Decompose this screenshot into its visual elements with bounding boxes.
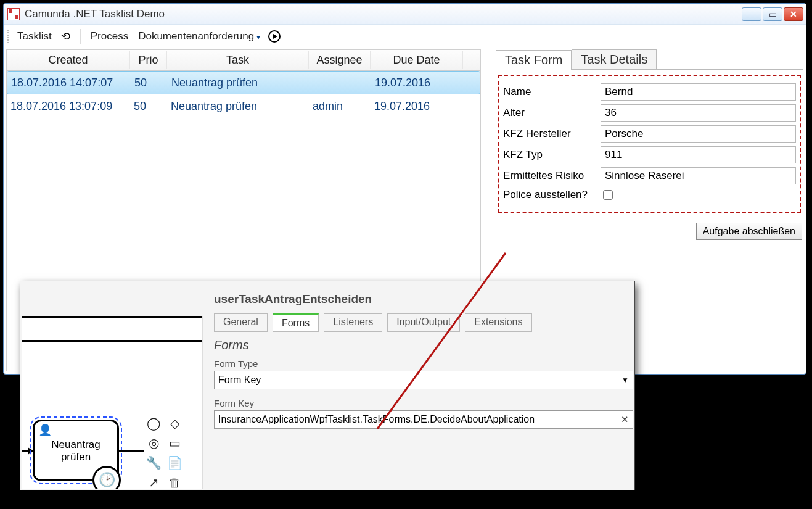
col-task[interactable]: Task <box>167 51 309 69</box>
section-title: Forms <box>214 338 623 352</box>
grid-header: Created Prio Task Assignee Due Date <box>7 50 480 71</box>
name-field[interactable] <box>601 83 796 101</box>
close-button[interactable]: ✕ <box>784 7 803 21</box>
tab-task-details[interactable]: Task Details <box>572 49 657 69</box>
bpmn-task-label: Neuantrag prüfen <box>51 439 100 463</box>
form-key-label: Form Key <box>214 398 623 408</box>
policy-label: Police ausstellen? <box>503 189 601 201</box>
col-prio[interactable]: Prio <box>130 51 167 69</box>
title-bar: Camunda .NET Tasklist Demo — ▭ ✕ <box>4 4 806 25</box>
minimize-button[interactable]: — <box>742 7 761 21</box>
tasklist-menu[interactable]: Tasklist <box>15 29 54 44</box>
cell-due: 19.07.2016 <box>371 75 464 91</box>
sequence-flow-out-icon <box>119 450 144 452</box>
age-label: Alter <box>503 107 601 119</box>
properties-popup: 👤 Neuantrag prüfen 🕑 ◯ ◇ ◎ ▭ 🔧 📄 ↗ 🗑 use… <box>20 281 635 490</box>
cell-created: 18.07.2016 13:07:09 <box>7 98 130 115</box>
process-dropdown[interactable]: Dokumentenanforderung <box>136 29 263 44</box>
sequence-flow-in-icon <box>22 450 33 452</box>
cell-due: 19.07.2016 <box>371 98 463 115</box>
tab-forms[interactable]: Forms <box>273 313 319 332</box>
app-icon <box>7 8 20 20</box>
connect-icon[interactable]: ↗ <box>145 474 162 489</box>
annotation-icon[interactable]: 📄 <box>166 454 183 471</box>
context-pad: ◯ ◇ ◎ ▭ 🔧 📄 ↗ 🗑 <box>145 415 184 489</box>
end-event-icon[interactable]: ◯ <box>145 415 162 432</box>
task-icon[interactable]: ▭ <box>166 434 183 452</box>
form-type-select[interactable]: Form Key <box>214 371 633 389</box>
form-type-label: Form Type <box>214 358 623 369</box>
user-icon: 👤 <box>38 424 52 437</box>
col-assignee[interactable]: Assignee <box>309 51 371 69</box>
intermediate-event-icon[interactable]: ◎ <box>145 434 162 452</box>
table-row[interactable]: 18.07.2016 13:07:09 50 Neuantrag prüfen … <box>7 94 480 118</box>
task-form-highlight: Name Alter KFZ Hersteller KFZ Typ <box>498 75 801 213</box>
process-menu[interactable]: Process <box>88 29 131 44</box>
gateway-icon[interactable]: ◇ <box>166 415 183 432</box>
play-icon[interactable] <box>268 30 281 43</box>
element-id: userTaskAntragEntscheiden <box>214 292 623 306</box>
tab-input-output[interactable]: Input/Output <box>387 313 460 332</box>
cell-prio: 50 <box>130 98 167 115</box>
type-label: KFZ Typ <box>503 149 601 161</box>
risk-field[interactable] <box>601 167 796 184</box>
table-row[interactable]: 18.07.2016 14:07:07 50 Neuantrag prüfen … <box>7 71 480 94</box>
refresh-icon[interactable]: ⟲ <box>59 30 73 43</box>
tab-listeners[interactable]: Listeners <box>324 313 382 332</box>
bpmn-diagram: 👤 Neuantrag prüfen 🕑 ◯ ◇ ◎ ▭ 🔧 📄 ↗ 🗑 <box>22 316 203 489</box>
col-due[interactable]: Due Date <box>371 51 463 69</box>
cell-prio: 50 <box>131 75 168 91</box>
tab-extensions[interactable]: Extensions <box>465 313 531 332</box>
complete-task-button[interactable]: Aufgabe abschließen <box>696 223 802 240</box>
window-title: Camunda .NET Tasklist Demo <box>25 8 165 20</box>
maker-label: KFZ Hersteller <box>503 128 601 140</box>
lane-border <box>22 316 202 342</box>
bpmn-user-task[interactable]: 👤 Neuantrag prüfen 🕑 <box>33 420 119 481</box>
tab-general[interactable]: General <box>214 313 268 332</box>
type-field[interactable] <box>601 146 796 163</box>
cell-assignee <box>310 81 371 85</box>
maker-field[interactable] <box>601 125 796 143</box>
separator-icon <box>80 29 81 44</box>
clear-icon[interactable]: ✕ <box>621 414 629 425</box>
col-created[interactable]: Created <box>7 51 130 69</box>
toolbar-grip-icon <box>7 30 10 43</box>
form-type-value: Form Key <box>218 375 261 386</box>
menu-bar: Tasklist ⟲ Process Dokumentenanforderung <box>4 25 806 48</box>
timer-icon: 🕑 <box>92 466 121 489</box>
properties-panel: userTaskAntragEntscheiden General Forms … <box>204 283 633 489</box>
form-key-value: InsuranceApplicationWpfTasklist.TaskForm… <box>218 414 535 425</box>
cell-created: 18.07.2016 14:07:07 <box>7 75 131 91</box>
risk-label: Ermitteltes Risiko <box>503 170 601 182</box>
maximize-button[interactable]: ▭ <box>763 7 782 21</box>
cell-assignee: admin <box>309 98 371 115</box>
cell-task: Neuantrag prüfen <box>167 98 309 115</box>
cell-task: Neuantrag prüfen <box>168 75 310 91</box>
wrench-icon[interactable]: 🔧 <box>145 454 162 471</box>
age-field[interactable] <box>601 104 796 122</box>
name-label: Name <box>503 86 601 98</box>
trash-icon[interactable]: 🗑 <box>166 474 183 489</box>
policy-checkbox[interactable] <box>603 190 613 200</box>
form-key-input[interactable]: InsuranceApplicationWpfTasklist.TaskForm… <box>214 410 633 429</box>
tab-task-form[interactable]: Task Form <box>496 50 572 70</box>
